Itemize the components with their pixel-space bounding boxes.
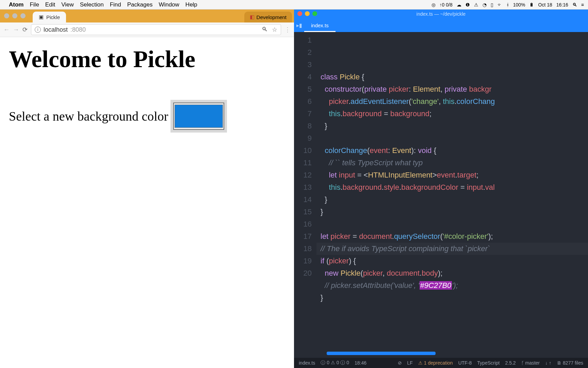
- menu-edit[interactable]: Edit: [45, 1, 55, 8]
- code-line[interactable]: this.background = background;: [321, 108, 588, 120]
- code-line[interactable]: [321, 132, 588, 144]
- hamburger-icon[interactable]: ≡: [581, 2, 584, 7]
- status-files[interactable]: 🗎 8277 files: [557, 360, 583, 366]
- bluetooth-icon[interactable]: ᚼ: [506, 2, 509, 7]
- siri-icon[interactable]: ◎: [431, 2, 436, 7]
- status-issues[interactable]: ⓘ 0 ⚠ 0 ⓘ 0: [321, 360, 349, 366]
- line-number: 9: [294, 132, 312, 144]
- status-cursor[interactable]: 18:46: [355, 360, 366, 366]
- code-editor[interactable]: 1234567891011121314151617181920 class Pi…: [294, 32, 588, 358]
- line-number: 11: [294, 157, 312, 169]
- warn-icon[interactable]: ⚠︎: [474, 2, 478, 7]
- spotlight-icon[interactable]: 🔍︎: [572, 2, 577, 7]
- code-line[interactable]: }: [321, 292, 588, 304]
- battery-percent: 100%: [513, 2, 525, 7]
- close-dot-icon[interactable]: [4, 13, 9, 18]
- code-line[interactable]: [321, 304, 588, 316]
- status-file[interactable]: index.ts: [299, 360, 315, 366]
- close-dot-icon[interactable]: [297, 11, 302, 16]
- line-number: 13: [294, 181, 312, 194]
- wifi-icon[interactable]: ᯤ: [497, 2, 502, 7]
- zoom-icon[interactable]: 🔍︎: [262, 26, 268, 33]
- browser-tab-background[interactable]: Development: [244, 12, 292, 22]
- line-number: 6: [294, 95, 312, 108]
- code-line[interactable]: }: [321, 194, 588, 206]
- code-line[interactable]: class Pickle {: [321, 71, 588, 83]
- menu-help[interactable]: Help: [185, 1, 197, 8]
- editor-tab-title: index.ts: [311, 22, 329, 28]
- horizontal-scrollbar[interactable]: [327, 352, 436, 355]
- chrome-menu-icon[interactable]: ⋮: [284, 26, 291, 33]
- code-line[interactable]: if (picker) {: [321, 255, 588, 267]
- status-lf-icon[interactable]: ⊘: [398, 360, 402, 366]
- menubar-app-name[interactable]: Atom: [9, 1, 23, 8]
- line-number: 1: [294, 34, 312, 46]
- status-encoding[interactable]: UTF-8: [458, 360, 472, 366]
- browser-tab-active[interactable]: ▣ Pickle: [33, 12, 66, 22]
- menu-selection[interactable]: Selection: [80, 1, 104, 8]
- editor-title: index.ts — ~/dev/pickle: [416, 11, 466, 17]
- menubar-time: 16:16: [556, 2, 568, 7]
- code-line[interactable]: }: [321, 120, 588, 132]
- editor-titlebar: index.ts — ~/dev/pickle: [294, 10, 588, 18]
- code-line[interactable]: this.background.style.backgroundColor = …: [321, 181, 588, 194]
- minimize-dot-icon[interactable]: [12, 13, 17, 18]
- code-line[interactable]: new Pickle(picker, document.body);: [321, 267, 588, 279]
- editor-tabbar: ▸▮ index.ts: [294, 18, 588, 32]
- line-number: 10: [294, 144, 312, 157]
- color-picker-input[interactable]: [173, 103, 224, 130]
- sync-icon[interactable]: ❶: [466, 2, 470, 7]
- status-deprecation[interactable]: ⚠ 1 deprecation: [418, 360, 453, 366]
- color-picker-label: Select a new background color: [9, 109, 168, 124]
- code-line[interactable]: [321, 218, 588, 230]
- minimize-dot-icon[interactable]: [305, 11, 310, 16]
- line-number: 2: [294, 46, 312, 59]
- line-number: 4: [294, 71, 312, 83]
- zoom-dot-icon[interactable]: [312, 11, 317, 16]
- status-language[interactable]: TypeScript: [477, 360, 500, 366]
- tree-toggle-icon[interactable]: ▸▮: [294, 18, 304, 32]
- line-number: 12: [294, 169, 312, 181]
- menu-packages[interactable]: Packages: [127, 1, 153, 8]
- address-bar[interactable]: i localhost:8080 🔍︎ ☆: [31, 24, 281, 35]
- battery-icon[interactable]: 🔋︎: [529, 2, 534, 7]
- editor-traffic-lights: [297, 11, 317, 16]
- status-updown: ↑0 0/8: [440, 2, 453, 7]
- clock-icon[interactable]: ◔: [483, 2, 487, 7]
- status-git-branch[interactable]: ᚶ master: [521, 360, 540, 366]
- zoom-dot-icon[interactable]: [20, 13, 26, 18]
- code-line[interactable]: // picker.setAttribute('value', '#9C27B0…: [321, 279, 588, 292]
- menubar-date: Oct 18: [538, 2, 552, 7]
- browser-tab2-title: Development: [257, 14, 287, 20]
- status-lineending[interactable]: LF: [407, 360, 413, 366]
- line-number: 19: [294, 255, 312, 267]
- forward-button[interactable]: →: [13, 26, 19, 33]
- bookmark-icon[interactable]: ☆: [272, 26, 277, 33]
- battery-indicator-icon[interactable]: ▯: [491, 2, 493, 7]
- code-area[interactable]: class Pickle { constructor(private picke…: [316, 32, 588, 358]
- code-line[interactable]: colorChange(event: Event): void {: [321, 144, 588, 157]
- menu-find[interactable]: Find: [110, 1, 121, 8]
- status-git-updown[interactable]: ↓ ↑: [545, 360, 551, 366]
- menu-view[interactable]: View: [61, 1, 74, 8]
- page-favicon-icon: ▣: [39, 14, 44, 20]
- line-number: 7: [294, 108, 312, 120]
- line-number: 14: [294, 194, 312, 206]
- line-number: 3: [294, 59, 312, 71]
- code-line[interactable]: // `` tells TypeScript what typ: [321, 157, 588, 169]
- reload-button[interactable]: ⟳: [22, 26, 28, 33]
- menu-window[interactable]: Window: [159, 1, 179, 8]
- line-number-gutter: 1234567891011121314151617181920: [294, 32, 316, 358]
- code-line[interactable]: picker.addEventListener('change', this.c…: [321, 95, 588, 108]
- site-info-icon[interactable]: i: [35, 27, 41, 33]
- cloud-icon[interactable]: ☁︎: [457, 2, 461, 7]
- line-number: 20: [294, 267, 312, 279]
- code-line[interactable]: let input = <HTMLInputElement>event.targ…: [321, 169, 588, 181]
- code-line[interactable]: let picker = document.querySelector('#co…: [321, 230, 588, 243]
- code-line[interactable]: }: [321, 206, 588, 218]
- code-line[interactable]: constructor(private picker: Element, pri…: [321, 83, 588, 95]
- menu-file[interactable]: File: [30, 1, 39, 8]
- editor-tab-active[interactable]: index.ts: [304, 18, 336, 32]
- status-ts-version[interactable]: 2.5.2: [505, 360, 516, 366]
- back-button[interactable]: ←: [3, 26, 10, 33]
